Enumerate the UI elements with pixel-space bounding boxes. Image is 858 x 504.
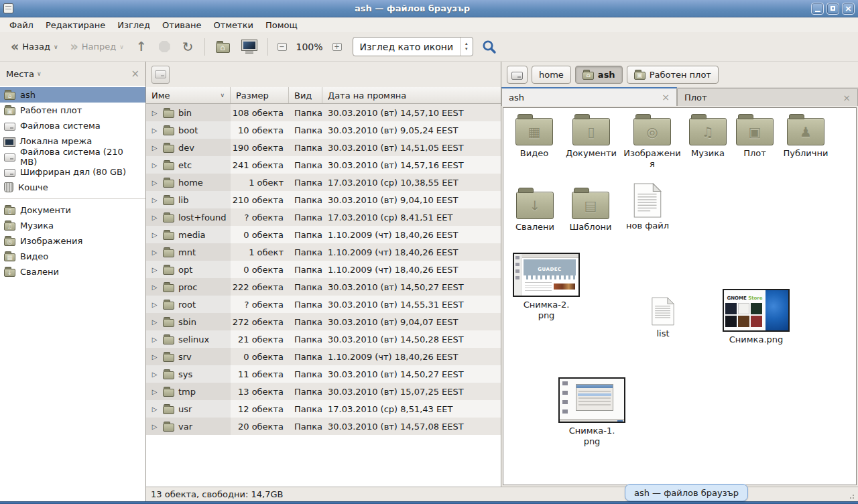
zoom-in-button[interactable]: +: [328, 38, 346, 56]
path-button-desktop[interactable]: Работен плот: [627, 66, 719, 84]
sidebar-place-item[interactable]: Шифриран дял (80 GB): [0, 164, 145, 180]
sidebar-place-item[interactable]: Изображения: [0, 233, 145, 249]
expander-icon[interactable]: ▷: [150, 109, 159, 117]
table-row[interactable]: ▷ srv 0 обекта Папка 1.10.2009 (чт) 18,4…: [146, 348, 501, 365]
view-mode-spinner-icon[interactable]: ▴▾: [461, 42, 473, 52]
icon-item-snimka1[interactable]: Снимка-1.png: [557, 377, 627, 448]
menu-item[interactable]: Файл: [4, 19, 39, 32]
sidebar-place-item[interactable]: Файлова система (210 MB): [0, 149, 145, 164]
expander-icon[interactable]: ▷: [150, 318, 159, 326]
expander-icon[interactable]: ▷: [150, 144, 159, 151]
reload-button[interactable]: ↻: [177, 36, 199, 58]
path-root-button[interactable]: [507, 66, 528, 84]
table-row[interactable]: ▷ root ? обекта Папка 30.03.2010 (вт) 14…: [146, 296, 501, 313]
menu-item[interactable]: Изглед: [112, 19, 156, 32]
expander-icon[interactable]: ▷: [150, 179, 159, 186]
table-row[interactable]: ▷ sbin 272 обекта Папка 30.03.2010 (вт) …: [146, 313, 501, 330]
tab-close-icon[interactable]: ×: [843, 93, 851, 103]
sidebar-mode-dropdown-icon[interactable]: ∨: [37, 70, 42, 77]
expander-icon[interactable]: ▷: [150, 405, 159, 413]
column-header-name[interactable]: Име ∨: [146, 87, 231, 103]
sidebar-place-item[interactable]: Работен плот: [0, 103, 145, 118]
minimize-button[interactable]: [811, 3, 824, 15]
expander-icon[interactable]: ▷: [150, 423, 159, 430]
table-row[interactable]: ▷ selinux 21 обекта Папка 30.03.2010 (вт…: [146, 330, 501, 348]
icon-item-documents[interactable]: ▯ Документи: [562, 113, 620, 159]
icon-item-public[interactable]: ♟ Публични: [778, 113, 833, 159]
maximize-button[interactable]: [826, 3, 839, 15]
view-mode-select[interactable]: Изглед като икони ▴▾: [353, 37, 473, 56]
icon-item-list[interactable]: list: [641, 297, 684, 339]
path-button-home[interactable]: home: [532, 66, 571, 84]
sidebar-place-item[interactable]: Музика: [0, 218, 145, 233]
back-button[interactable]: « Назад ∨: [5, 36, 63, 58]
table-row[interactable]: ▷ etc 241 обекта Папка 30.03.2010 (вт) 1…: [146, 156, 501, 174]
icon-item-snimka2[interactable]: GUADEC Снимка-2.png: [511, 253, 581, 322]
icon-item-desktop[interactable]: ▣ Плот: [734, 113, 776, 159]
home-button[interactable]: [210, 36, 235, 58]
tab-close-icon[interactable]: ×: [662, 92, 670, 102]
sidebar-place-item[interactable]: Файлова система: [0, 118, 145, 133]
icon-view[interactable]: ▦ Видео ▯ Документи ◎ Изображения: [503, 107, 857, 485]
back-dropdown-icon[interactable]: ∨: [54, 44, 58, 50]
expander-icon[interactable]: ▷: [150, 162, 159, 169]
table-row[interactable]: ▷ dev 190 обекта Папка 30.03.2010 (вт) 1…: [146, 139, 501, 156]
expander-icon[interactable]: ▷: [150, 388, 159, 395]
stop-button[interactable]: [154, 36, 176, 58]
expander-icon[interactable]: ▷: [150, 353, 159, 361]
expander-icon[interactable]: ▷: [150, 301, 159, 308]
icon-item-music[interactable]: ♫ Музика: [684, 113, 731, 159]
icon-item-video[interactable]: ▦ Видео: [510, 113, 558, 159]
sidebar-place-item[interactable]: Видео: [0, 249, 145, 264]
expander-icon[interactable]: ▷: [150, 231, 159, 239]
table-row[interactable]: ▷ usr 12 обекта Папка 17.03.2010 (ср) 8,…: [146, 400, 501, 418]
search-button[interactable]: [481, 39, 497, 55]
sidebar-place-item[interactable]: Документи: [0, 202, 145, 218]
titlebar[interactable]: ash — файлов браузър ×: [0, 0, 858, 17]
icon-item-pictures[interactable]: ◎ Изображения: [623, 113, 682, 170]
sidebar-place-item[interactable]: Свалени: [0, 264, 145, 279]
table-row[interactable]: ▷ tmp 13 обекта Папка 30.03.2010 (вт) 15…: [146, 383, 501, 400]
resize-grip[interactable]: [849, 493, 856, 499]
table-row[interactable]: ▷ var 20 обекта Папка 30.03.2010 (вт) 14…: [146, 418, 501, 435]
sidebar-place-item[interactable]: ash: [0, 87, 145, 103]
expander-icon[interactable]: ▷: [150, 196, 159, 204]
table-row[interactable]: ▷ bin 108 обекта Папка 30.03.2010 (вт) 1…: [146, 104, 501, 121]
menu-item[interactable]: Отметки: [208, 19, 258, 32]
window-list-tooltip[interactable]: ash — файлов браузър: [625, 484, 748, 501]
path-button-ash[interactable]: ash: [575, 66, 623, 84]
menu-item[interactable]: Редактиране: [40, 19, 111, 32]
computer-button[interactable]: [237, 36, 262, 58]
expander-icon[interactable]: ▷: [150, 266, 159, 273]
icon-item-snimka[interactable]: GNOME Store Снимка.png: [719, 289, 793, 345]
zoom-out-button[interactable]: −: [273, 38, 291, 56]
menu-item[interactable]: Отиване: [157, 19, 206, 32]
table-row[interactable]: ▷ lost+found ? обекта Папка 17.03.2010 (…: [146, 208, 501, 226]
table-row[interactable]: ▷ media 0 обекта Папка 1.10.2009 (чт) 18…: [146, 226, 501, 243]
expander-icon[interactable]: ▷: [150, 336, 159, 343]
table-row[interactable]: ▷ mnt 1 обект Папка 1.10.2009 (чт) 18,40…: [146, 243, 501, 261]
icon-item-new-file[interactable]: нов файл: [623, 183, 672, 231]
icon-item-downloads[interactable]: ↓ Свалени: [510, 187, 560, 233]
table-row[interactable]: ▷ proc 222 обекта Папка 30.03.2010 (вт) …: [146, 278, 501, 296]
up-button[interactable]: ↑: [131, 36, 152, 58]
table-row[interactable]: ▷ opt 0 обекта Папка 1.10.2009 (чт) 18,4…: [146, 261, 501, 278]
sidebar-place-item[interactable]: Кошче: [0, 180, 145, 195]
forward-button[interactable]: » Напред ∨: [64, 36, 129, 58]
close-button[interactable]: ×: [842, 3, 855, 15]
table-row[interactable]: ▷ lib 210 обекта Папка 30.03.2010 (вт) 9…: [146, 191, 501, 208]
column-header-modified[interactable]: Дата на промяна: [322, 87, 501, 103]
table-row[interactable]: ▷ boot 10 обекта Папка 30.03.2010 (вт) 9…: [146, 121, 501, 139]
menu-item[interactable]: Помощ: [260, 19, 303, 32]
tab-ash[interactable]: ash ×: [501, 87, 677, 106]
tree-root-button[interactable]: [151, 66, 170, 84]
expander-icon[interactable]: ▷: [150, 249, 159, 256]
table-row[interactable]: ▷ home 1 обект Папка 17.03.2010 (ср) 10,…: [146, 174, 501, 191]
expander-icon[interactable]: ▷: [150, 284, 159, 291]
expander-icon[interactable]: ▷: [150, 127, 159, 134]
icon-item-templates[interactable]: ▤ Шаблони: [564, 187, 617, 233]
expander-icon[interactable]: ▷: [150, 214, 159, 221]
expander-icon[interactable]: ▷: [150, 371, 159, 378]
sidebar-close-icon[interactable]: ×: [131, 69, 139, 79]
tab-plot[interactable]: Плот ×: [677, 88, 858, 106]
